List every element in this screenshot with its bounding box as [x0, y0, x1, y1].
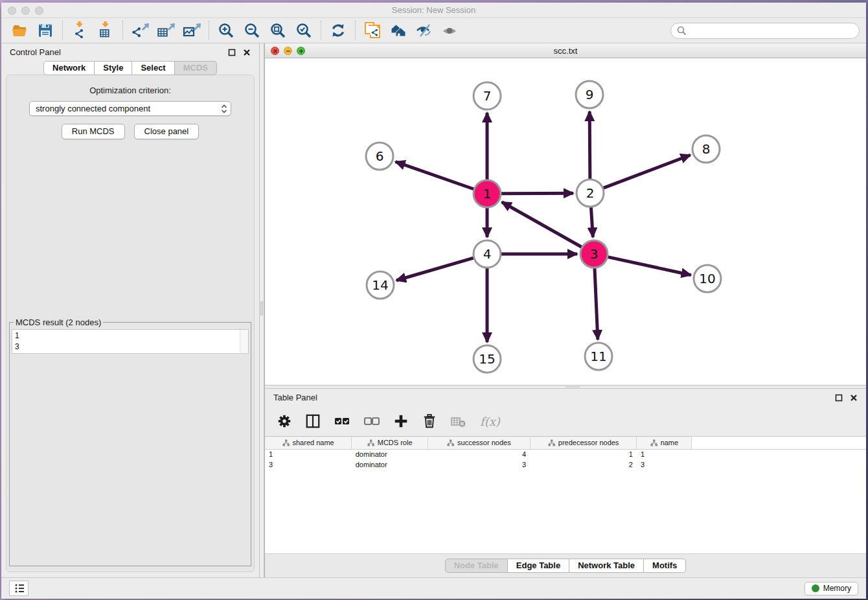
table-cell[interactable]: 2	[530, 459, 637, 470]
open-file-button[interactable]	[9, 21, 30, 40]
create-column-button[interactable]	[393, 413, 409, 430]
float-panel-icon[interactable]	[835, 394, 843, 402]
table-row[interactable]: 1dominator411	[265, 449, 866, 459]
show-columns-button[interactable]	[305, 413, 321, 430]
column-header-name[interactable]: name	[637, 437, 692, 449]
graph-edge-1-2[interactable]	[501, 193, 573, 194]
graph-node-15[interactable]: 15	[474, 345, 501, 373]
search-input[interactable]	[690, 25, 854, 36]
clone-network-button[interactable]	[362, 21, 383, 40]
close-panel-icon[interactable]	[850, 394, 858, 402]
graph-edge-2-9[interactable]	[589, 111, 590, 179]
horizontal-splitter[interactable]	[265, 385, 866, 389]
table-cell[interactable]: 1	[530, 449, 637, 459]
tab-network[interactable]: Network	[43, 61, 95, 75]
network-canvas[interactable]: 7968124314101511	[265, 58, 866, 385]
save-session-button[interactable]	[35, 21, 56, 40]
tab-node-table[interactable]: Node Table	[445, 559, 508, 573]
table-cell[interactable]: 3	[428, 459, 531, 470]
table-cell[interactable]: 4	[428, 449, 531, 459]
tab-select[interactable]: Select	[132, 61, 174, 75]
graph-node-11[interactable]: 11	[585, 343, 612, 370]
float-panel-icon[interactable]	[228, 49, 236, 56]
tab-motifs[interactable]: Motifs	[644, 559, 686, 573]
graph-node-7[interactable]: 7	[474, 82, 501, 110]
search-box[interactable]	[670, 23, 860, 39]
criterion-dropdown[interactable]: strongly connected component	[29, 101, 231, 116]
graph-node-8[interactable]: 8	[692, 135, 720, 163]
run-mcds-button[interactable]: Run MCDS	[62, 124, 125, 139]
graph-edge-3-1[interactable]	[502, 202, 582, 247]
zoom-window-button[interactable]	[35, 6, 43, 15]
function-builder-button[interactable]: f(x)	[480, 415, 500, 428]
zoom-in-button[interactable]	[216, 21, 236, 40]
graph-node-3[interactable]: 3	[580, 240, 608, 268]
hide-graphics-details-button[interactable]	[440, 21, 461, 40]
tab-mcds[interactable]: MCDS	[175, 61, 217, 75]
graph-node-6[interactable]: 6	[366, 143, 393, 170]
result-scrollbar[interactable]	[240, 330, 248, 353]
graph-node-2[interactable]: 2	[577, 179, 604, 207]
network-close-button[interactable]	[271, 47, 279, 55]
graph-edge-4-14[interactable]	[396, 258, 474, 281]
table-cell[interactable]: 3	[265, 459, 352, 470]
graph-edge-1-6[interactable]	[396, 162, 474, 189]
export-table-button[interactable]	[155, 21, 176, 40]
task-history-button[interactable]	[9, 581, 29, 596]
desktop-background: Session: New Session	[0, 0, 868, 600]
table-settings-button[interactable]	[277, 413, 292, 430]
graph-node-4[interactable]: 4	[474, 240, 501, 268]
zoom-out-icon	[244, 22, 260, 39]
tab-network-table[interactable]: Network Table	[569, 559, 644, 573]
tab-style[interactable]: Style	[95, 61, 132, 75]
memory-button[interactable]: Memory	[805, 582, 858, 595]
import-network-button[interactable]	[69, 21, 90, 40]
main-toolbar	[1, 18, 866, 43]
export-image-button[interactable]	[181, 21, 202, 40]
graph-node-1[interactable]: 1	[474, 180, 501, 207]
zoom-selected-button[interactable]	[293, 21, 314, 40]
table-cell[interactable]: dominator	[352, 449, 428, 459]
graph-node-14[interactable]: 14	[367, 271, 394, 299]
first-neighbors-button[interactable]	[388, 21, 409, 40]
tab-edge-table[interactable]: Edge Table	[508, 559, 569, 573]
export-network-button[interactable]	[130, 21, 150, 40]
minimize-window-button[interactable]	[21, 6, 30, 15]
select-all-columns-button[interactable]	[334, 413, 350, 429]
search-icon	[676, 25, 687, 36]
splitter-grip[interactable]	[260, 301, 263, 316]
mcds-result-textarea[interactable]: 1 3	[12, 329, 249, 354]
fx-icon: f(x)	[480, 415, 500, 428]
graph-node-9[interactable]: 9	[576, 81, 603, 108]
graph-edge-2-3[interactable]	[591, 207, 593, 237]
table-cell[interactable]: 1	[637, 449, 692, 459]
graph-edge-2-8[interactable]	[604, 155, 691, 188]
column-header-shared-name[interactable]: shared name	[265, 437, 352, 449]
table-cell[interactable]: 3	[637, 459, 692, 470]
close-panel-button[interactable]: Close panel	[134, 124, 200, 139]
delete-table-button[interactable]	[450, 413, 467, 429]
zoom-fit-button[interactable]	[268, 21, 288, 40]
table-cell[interactable]: dominator	[352, 459, 428, 470]
column-header-MCDS-role[interactable]: MCDS role	[352, 437, 428, 449]
graph-node-10[interactable]: 10	[694, 265, 721, 292]
column-header-predecessor-nodes[interactable]: predecessor nodes	[530, 437, 637, 449]
import-table-button[interactable]	[95, 21, 116, 40]
network-maximize-button[interactable]	[297, 47, 305, 55]
network-minimize-button[interactable]	[284, 47, 292, 55]
table-cell[interactable]: 1	[265, 449, 352, 459]
apply-layout-button[interactable]	[328, 21, 348, 40]
graph-edge-3-10[interactable]	[608, 257, 691, 275]
table-panel: Table Panel f(x)	[265, 389, 866, 577]
graph-edge-3-11[interactable]	[595, 268, 598, 340]
zoom-out-button[interactable]	[242, 21, 262, 40]
close-panel-icon[interactable]	[243, 49, 251, 56]
vertical-splitter[interactable]	[259, 43, 264, 577]
splitter-grip[interactable]	[565, 386, 580, 387]
show-graphics-details-button[interactable]	[414, 21, 435, 40]
column-header-successor-nodes[interactable]: successor nodes	[428, 437, 531, 449]
unselect-all-columns-button[interactable]	[363, 413, 380, 429]
close-window-button[interactable]	[8, 6, 16, 15]
delete-column-button[interactable]	[422, 413, 437, 430]
table-row[interactable]: 3dominator323	[265, 459, 866, 470]
